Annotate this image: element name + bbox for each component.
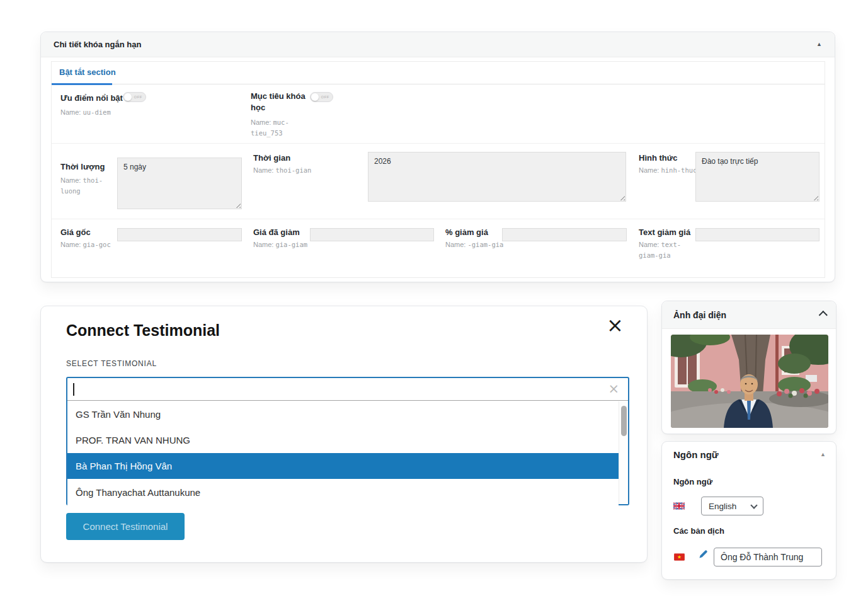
language-panel: Ngôn ngữ ▲ Ngôn ngữ English Các bản dịch (661, 441, 837, 580)
field-name: Name: text-giam-gia (639, 239, 695, 261)
featured-image-photo[interactable] (671, 335, 828, 428)
hinh-thuc-textarea-input[interactable]: Đào tạo trực tiếp (696, 152, 819, 201)
field-label: Giá gốc (60, 227, 91, 238)
dropdown-option[interactable]: GS Trần Văn Nhung (67, 401, 619, 427)
field-label: Thời gian (253, 152, 290, 164)
course-fields-card: Bật tắt section Ưu điểm nổi bật OFF Name… (51, 61, 825, 278)
field-name: Name: muc-tieu_753 (251, 117, 314, 139)
clear-icon[interactable]: × (608, 381, 619, 396)
collapse-up-icon[interactable]: ▲ (820, 452, 826, 457)
price-fields-row: Giá gốc Name: gia-goc Giá đã giảm Name: … (52, 219, 825, 279)
select-testimonial-label: SELECT TESTIMONIAL (66, 359, 157, 368)
close-icon[interactable]: × (607, 315, 624, 335)
toggle-knob-icon (124, 93, 132, 101)
field-label: Mục tiêu khóa học (251, 91, 309, 113)
thoi-gian-textarea-input[interactable]: 2026 (368, 152, 625, 201)
thoi-luong-textarea[interactable]: 5 ngày (117, 158, 242, 209)
featured-image-title: Ảnh đại diện (673, 310, 726, 320)
toggle-off-label: OFF (134, 95, 143, 99)
course-panel-header[interactable]: Chi tiết khóa ngắn hạn ▲ (41, 32, 835, 57)
field-name: Name: thoi-luong (60, 175, 113, 197)
field-label: Ưu điểm nổi bật (60, 93, 123, 104)
text-giam-gia-input[interactable] (695, 228, 819, 241)
chevron-up-icon[interactable] (819, 310, 828, 319)
featured-image-header[interactable]: Ảnh đại diện (662, 301, 836, 329)
phan-tram-giam-gia-input[interactable] (502, 228, 627, 241)
tab-bar: Bật tắt section (52, 62, 825, 84)
edit-pencil-icon[interactable] (697, 549, 709, 563)
language-select-value: English (709, 502, 736, 511)
featured-image-panel: Ảnh đại diện (661, 301, 837, 434)
muc-tieu-toggle[interactable]: OFF (310, 92, 333, 102)
thoi-luong-textarea-input[interactable]: 5 ngày (118, 158, 241, 209)
field-name: Name: uu-diem (60, 107, 111, 118)
textarea-fields-row: Thời lượng Name: thoi-luong 5 ngày Thời … (52, 144, 825, 219)
toggle-off-label: OFF (321, 95, 330, 99)
connect-testimonial-button[interactable]: Connect Testimonial (66, 513, 185, 540)
translations-label: Các bản dịch (673, 526, 724, 536)
thoi-gian-textarea[interactable]: 2026 (368, 152, 626, 202)
portrait-illustration (671, 335, 828, 428)
tab-bat-tat-section[interactable]: Bật tắt section (59, 67, 116, 77)
language-field-label: Ngôn ngữ (673, 477, 712, 486)
dropdown-option-highlighted[interactable]: Bà Phan Thị Hồng Vân (67, 453, 619, 479)
dropdown-option[interactable]: Ông Thanyachat Auttanukune (67, 479, 619, 505)
toggle-knob-icon (311, 93, 319, 101)
field-label: Thời lượng (60, 161, 105, 173)
collapse-up-icon[interactable]: ▲ (816, 42, 822, 47)
vietnam-flag-icon (674, 552, 685, 563)
connect-testimonial-modal: Connect Testimonial × SELECT TESTIMONIAL… (40, 306, 648, 563)
scrollbar-thumb[interactable] (621, 406, 627, 436)
dropdown-search-input[interactable] (72, 381, 589, 398)
hinh-thuc-textarea[interactable]: Đào tạo trực tiếp (695, 152, 819, 202)
translation-input[interactable] (714, 548, 822, 566)
testimonial-dropdown: × GS Trần Văn Nhung PROF. TRAN VAN NHUNG… (66, 377, 629, 505)
uu-diem-toggle[interactable]: OFF (123, 92, 146, 102)
dropdown-scrollbar[interactable] (619, 401, 628, 504)
text-cursor (73, 383, 74, 396)
field-label: % giảm giá (445, 227, 488, 238)
gia-giam-input[interactable] (310, 228, 434, 241)
language-select[interactable]: English (701, 497, 763, 515)
dropdown-search-box[interactable]: × (67, 378, 628, 401)
toggle-fields-row: Ưu điểm nổi bật OFF Name: uu-diem Mục ti… (52, 84, 825, 144)
course-details-panel: Chi tiết khóa ngắn hạn ▲ Bật tắt section… (40, 32, 835, 282)
modal-title: Connect Testimonial (66, 321, 220, 340)
field-label: Hình thức (639, 152, 677, 164)
uk-flag-icon (673, 501, 685, 512)
course-panel-title: Chi tiết khóa ngắn hạn (54, 40, 141, 49)
language-panel-title: Ngôn ngữ (673, 449, 719, 460)
dropdown-option[interactable]: PROF. TRAN VAN NHUNG (67, 427, 619, 453)
gia-goc-input[interactable] (117, 228, 242, 241)
field-label: Giá đã giảm (253, 227, 300, 238)
field-name: Name: thoi-gian (253, 165, 354, 176)
chevron-down-icon (750, 502, 757, 509)
field-label: Text giảm giá (639, 227, 690, 238)
